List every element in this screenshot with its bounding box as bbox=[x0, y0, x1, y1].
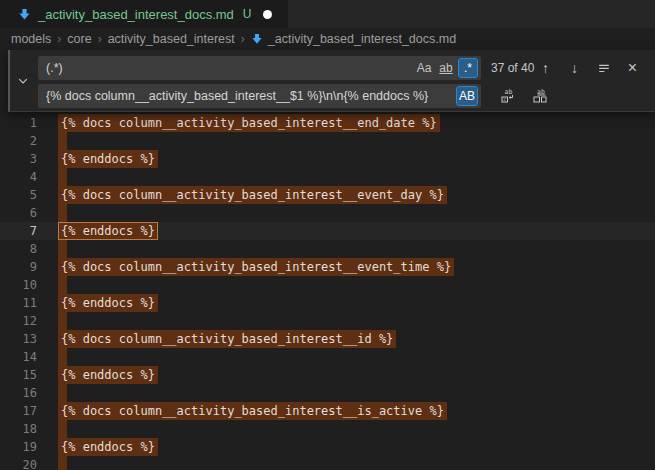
line-text bbox=[61, 168, 67, 186]
tab-bar: _activity_based_interest_docs.md U bbox=[0, 0, 655, 28]
line-number: 18 bbox=[0, 420, 37, 438]
breadcrumb-item-activity-based-interest[interactable]: activity_based_interest bbox=[108, 32, 235, 46]
editor: (.*) Aa ab .* 37 of 40 ↑ ↓ × {% docs col… bbox=[0, 50, 655, 470]
previous-match-button[interactable]: ↑ bbox=[535, 58, 556, 79]
breadcrumb-file-label: _activity_based_interest_docs.md bbox=[268, 32, 456, 46]
find-match-highlight: {% enddocs %} bbox=[58, 150, 158, 168]
code-line[interactable]: 3{% enddocs %} bbox=[0, 150, 655, 168]
code-line[interactable]: 13{% docs column__activity_based_interes… bbox=[0, 330, 655, 348]
regex-toggle[interactable]: .* bbox=[458, 58, 478, 78]
find-match-highlight bbox=[58, 276, 67, 294]
breadcrumb-separator: › bbox=[51, 32, 67, 46]
line-number: 19 bbox=[0, 438, 37, 456]
find-match-highlight bbox=[58, 312, 67, 330]
line-number: 8 bbox=[0, 240, 37, 258]
line-text: {% enddocs %} bbox=[61, 294, 158, 312]
line-number: 10 bbox=[0, 276, 37, 294]
line-text: {% docs column__activity_based_interest_… bbox=[61, 330, 396, 348]
tab-active[interactable]: _activity_based_interest_docs.md U bbox=[0, 0, 288, 28]
close-find-widget-button[interactable]: × bbox=[622, 58, 643, 79]
line-number: 15 bbox=[0, 366, 37, 384]
code-line[interactable]: 14 bbox=[0, 348, 655, 366]
toggle-replace-chevron-icon[interactable] bbox=[15, 73, 31, 89]
svg-text:ab: ab bbox=[504, 88, 512, 96]
code-line[interactable]: 2 bbox=[0, 132, 655, 150]
line-number: 20 bbox=[0, 456, 37, 470]
code-line[interactable]: 9{% docs column__activity_based_interest… bbox=[0, 258, 655, 276]
find-match-highlight: {% docs column__activity_based_interest_… bbox=[58, 258, 454, 276]
find-match-highlight: {% enddocs %} bbox=[58, 438, 158, 456]
line-text: {% enddocs %} bbox=[61, 150, 158, 168]
line-number: 13 bbox=[0, 330, 37, 348]
code-line[interactable]: 19{% enddocs %} bbox=[0, 438, 655, 456]
replace-row: {% docs column__activity_based_interest_… bbox=[38, 84, 647, 108]
code-line[interactable]: 8 bbox=[0, 240, 655, 258]
line-number: 14 bbox=[0, 348, 37, 366]
find-match-highlight: {% docs column__activity_based_interest_… bbox=[58, 186, 447, 204]
code-line[interactable]: 18 bbox=[0, 420, 655, 438]
breadcrumb-item-file[interactable]: _activity_based_interest_docs.md bbox=[251, 32, 456, 46]
line-text bbox=[61, 132, 67, 150]
line-number: 7 bbox=[0, 222, 37, 240]
find-match-highlight bbox=[58, 456, 67, 470]
find-match-highlight: {% docs column__activity_based_interest_… bbox=[58, 402, 447, 420]
code-line[interactable]: 4 bbox=[0, 168, 655, 186]
replace-all-button[interactable]: ab bbox=[529, 86, 550, 107]
match-case-toggle[interactable]: Aa bbox=[414, 58, 434, 78]
find-match-current: {% enddocs %} bbox=[58, 222, 158, 240]
line-number: 2 bbox=[0, 132, 37, 150]
breadcrumb-item-models[interactable]: models bbox=[11, 32, 51, 46]
line-text bbox=[61, 240, 67, 258]
code-line[interactable]: 1{% docs column__activity_based_interest… bbox=[0, 114, 655, 132]
line-text: {% enddocs %} bbox=[61, 438, 158, 456]
code-line[interactable]: 15{% enddocs %} bbox=[0, 366, 655, 384]
find-match-highlight: {% enddocs %} bbox=[58, 366, 158, 384]
find-input[interactable]: (.*) Aa ab .* bbox=[38, 56, 481, 80]
code-line[interactable]: 16 bbox=[0, 384, 655, 402]
svg-text:c: c bbox=[503, 96, 506, 102]
code-line[interactable]: 6 bbox=[0, 204, 655, 222]
markdown-file-icon bbox=[251, 33, 263, 45]
line-text: {% docs column__activity_based_interest_… bbox=[61, 258, 454, 276]
find-match-highlight bbox=[58, 132, 67, 150]
code-line[interactable]: 12 bbox=[0, 312, 655, 330]
line-number: 5 bbox=[0, 186, 37, 204]
preserve-case-toggle[interactable]: AB bbox=[456, 86, 478, 106]
code-line[interactable]: 10 bbox=[0, 276, 655, 294]
line-text: {% enddocs %} bbox=[61, 222, 158, 240]
find-match-highlight bbox=[58, 240, 67, 258]
line-text: {% enddocs %} bbox=[61, 366, 158, 384]
code-line[interactable]: 11{% enddocs %} bbox=[0, 294, 655, 312]
replace-input[interactable]: {% docs column__activity_based_interest_… bbox=[38, 84, 481, 108]
line-number: 1 bbox=[0, 114, 37, 132]
replace-button[interactable]: ab c bbox=[497, 86, 518, 107]
line-text: {% docs column__activity_based_interest_… bbox=[61, 402, 447, 420]
code-line[interactable]: 20 bbox=[0, 456, 655, 470]
code-line[interactable]: 5{% docs column__activity_based_interest… bbox=[0, 186, 655, 204]
line-number: 16 bbox=[0, 384, 37, 402]
line-text: {% docs column__activity_based_interest_… bbox=[61, 186, 447, 204]
find-in-selection-button[interactable] bbox=[593, 58, 614, 79]
unsaved-changes-dot[interactable] bbox=[263, 10, 272, 19]
find-match-highlight: {% enddocs %} bbox=[58, 294, 158, 312]
breadcrumb-item-core[interactable]: core bbox=[67, 32, 91, 46]
next-match-button[interactable]: ↓ bbox=[564, 58, 585, 79]
breadcrumb-separator: › bbox=[92, 32, 108, 46]
line-text bbox=[61, 312, 67, 330]
tab-title: _activity_based_interest_docs.md bbox=[38, 7, 234, 22]
line-text bbox=[61, 204, 67, 222]
breadcrumb: models › core › activity_based_interest … bbox=[0, 28, 655, 50]
line-text bbox=[61, 348, 67, 366]
code-line[interactable]: 17{% docs column__activity_based_interes… bbox=[0, 402, 655, 420]
replace-input-value: {% docs column__activity_based_interest_… bbox=[46, 89, 454, 103]
whole-word-toggle[interactable]: ab bbox=[436, 58, 456, 78]
code-lines: 1{% docs column__activity_based_interest… bbox=[0, 114, 655, 470]
markdown-file-icon bbox=[18, 8, 31, 21]
find-match-highlight bbox=[58, 168, 67, 186]
line-number: 6 bbox=[0, 204, 37, 222]
find-match-highlight bbox=[58, 384, 67, 402]
find-match-highlight bbox=[58, 420, 67, 438]
line-number: 12 bbox=[0, 312, 37, 330]
line-number: 17 bbox=[0, 402, 37, 420]
code-line[interactable]: 7{% enddocs %} bbox=[0, 222, 655, 240]
